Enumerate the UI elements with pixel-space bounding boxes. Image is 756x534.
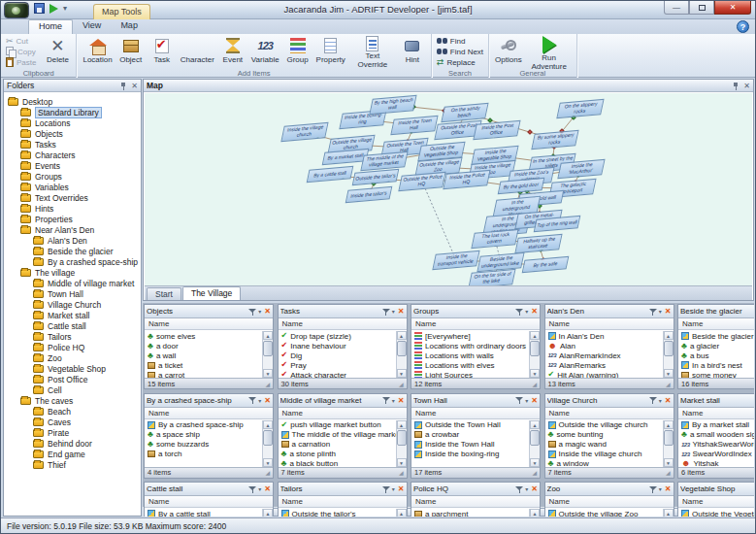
vertical-scrollbar[interactable]: ▲▼ bbox=[529, 420, 540, 467]
ribbon-button-group[interactable]: Group bbox=[282, 35, 313, 68]
qat-customize-icon[interactable]: ▾ bbox=[63, 4, 67, 13]
scroll-up-icon[interactable]: ▲ bbox=[397, 509, 407, 517]
tree-item-the-caves[interactable]: The caves bbox=[4, 395, 141, 406]
list-item[interactable]: ✔push village market button bbox=[279, 420, 396, 430]
column-header-name[interactable]: Name bbox=[411, 496, 540, 508]
scrollbar-thumb[interactable] bbox=[397, 341, 407, 356]
scroll-up-icon[interactable]: ▲ bbox=[263, 509, 273, 517]
column-header-name[interactable]: Name bbox=[411, 318, 540, 330]
tree-item-locations[interactable]: Locations bbox=[4, 117, 141, 128]
filter-dropdown-icon[interactable]: ▾ bbox=[525, 485, 528, 492]
ribbon-button-hint[interactable]: Hint bbox=[397, 35, 428, 68]
vertical-scrollbar[interactable]: ▲▼ bbox=[663, 331, 674, 378]
list-item[interactable]: ✔Drop tape (sizzle) bbox=[279, 331, 396, 341]
list-item[interactable]: In Alan's Den bbox=[545, 331, 663, 341]
filter-dropdown-icon[interactable]: ▾ bbox=[258, 397, 261, 404]
vertical-scrollbar[interactable]: ▲▼ bbox=[262, 420, 273, 467]
list-item[interactable]: 123SwearWordIndex bbox=[678, 450, 754, 459]
close-button[interactable]: ✕ bbox=[714, 1, 751, 15]
list-item[interactable]: In a bird's nest bbox=[678, 360, 754, 370]
list-item[interactable]: ✔Pray bbox=[279, 360, 396, 370]
scroll-down-icon[interactable]: ▼ bbox=[263, 458, 273, 467]
tree-item-hints[interactable]: Hints bbox=[4, 203, 141, 214]
list-item[interactable]: ♣a door bbox=[145, 341, 262, 350]
column-header-name[interactable]: Name bbox=[145, 318, 273, 330]
panel-close-icon[interactable]: ✕ bbox=[665, 484, 672, 493]
tree-item-alan-s-den[interactable]: Alan's Den bbox=[4, 235, 141, 246]
list-item[interactable]: ♣a black button bbox=[279, 459, 396, 467]
panel-close-icon[interactable]: ✕ bbox=[264, 307, 271, 316]
delete-button[interactable]: ✕ Delete bbox=[42, 35, 73, 68]
list-item[interactable]: By a market stall bbox=[678, 420, 754, 430]
list-item[interactable]: Outside the Vegetable Shop bbox=[678, 509, 754, 517]
list-item[interactable]: By a crashed space-ship bbox=[145, 420, 262, 430]
tree-item-properties[interactable]: Properties bbox=[4, 214, 141, 224]
filter-dropdown-icon[interactable]: ▾ bbox=[392, 308, 395, 315]
ribbon-button-text-override[interactable]: Text Override bbox=[348, 35, 397, 68]
scroll-up-icon[interactable]: ▲ bbox=[664, 509, 674, 517]
ribbon-button-object[interactable]: Object bbox=[115, 35, 147, 68]
scroll-up-icon[interactable]: ▲ bbox=[664, 420, 674, 429]
scroll-up-icon[interactable]: ▲ bbox=[530, 420, 540, 429]
filter-icon[interactable] bbox=[649, 396, 657, 404]
paste-button[interactable]: Paste bbox=[4, 57, 38, 67]
vertical-scrollbar[interactable]: ▲▼ bbox=[663, 509, 674, 517]
filter-dropdown-icon[interactable]: ▾ bbox=[258, 485, 261, 492]
scrollbar-thumb[interactable] bbox=[530, 430, 540, 446]
list-item[interactable]: 123AlanRemarkIndex bbox=[545, 350, 663, 360]
tree-item-behind-door[interactable]: Behind door bbox=[4, 438, 141, 449]
vertical-scrollbar[interactable]: ▲▼ bbox=[262, 509, 273, 517]
list-item[interactable]: ♣a space ship bbox=[145, 430, 262, 440]
filter-icon[interactable] bbox=[382, 396, 390, 404]
tree-item-tailors[interactable]: Tailors bbox=[4, 331, 141, 342]
list-item[interactable]: Locations with elves bbox=[411, 360, 529, 370]
tree-item-characters[interactable]: Characters bbox=[4, 150, 141, 160]
scroll-down-icon[interactable]: ▼ bbox=[397, 458, 407, 467]
tree-item-end-game[interactable]: End game bbox=[4, 449, 141, 459]
filter-dropdown-icon[interactable]: ▾ bbox=[659, 397, 662, 404]
list-item[interactable]: a carrot bbox=[145, 370, 262, 378]
list-item[interactable]: some money bbox=[678, 370, 754, 378]
column-header-name[interactable]: Name bbox=[279, 496, 407, 508]
scroll-down-icon[interactable]: ▼ bbox=[530, 369, 540, 378]
tab-view[interactable]: View bbox=[73, 19, 111, 34]
tree-item-market-stall[interactable]: Market stall bbox=[4, 310, 141, 320]
cut-button[interactable]: ✂Cut bbox=[4, 36, 38, 46]
tab-home[interactable]: Home bbox=[28, 19, 73, 34]
column-header-name[interactable]: Name bbox=[545, 496, 674, 508]
tree-item-vegetable-shop[interactable]: Vegetable Shop bbox=[4, 363, 141, 374]
list-item[interactable]: ♣a small wooden sign bbox=[678, 430, 754, 440]
tree-item-middle-of-village-market[interactable]: Middle of village market bbox=[4, 278, 141, 288]
help-icon[interactable]: ? bbox=[737, 20, 749, 33]
panel-close-icon[interactable]: ✕ bbox=[264, 396, 271, 405]
filter-dropdown-icon[interactable]: ▾ bbox=[258, 308, 261, 315]
filter-dropdown-icon[interactable]: ▾ bbox=[392, 485, 395, 492]
maximize-button[interactable] bbox=[689, 1, 714, 15]
scroll-up-icon[interactable]: ▲ bbox=[263, 420, 273, 429]
scroll-down-icon[interactable]: ▼ bbox=[664, 369, 674, 378]
list-item[interactable]: Locations with ordinary doors bbox=[411, 341, 529, 350]
list-item[interactable]: a carnation bbox=[279, 440, 396, 450]
column-header-name[interactable]: Name bbox=[411, 408, 540, 419]
panel-close-icon[interactable]: ✕ bbox=[531, 484, 538, 493]
scroll-up-icon[interactable]: ▲ bbox=[530, 509, 540, 517]
minimize-button[interactable]: — bbox=[664, 1, 689, 15]
filter-icon[interactable] bbox=[515, 308, 523, 316]
scroll-up-icon[interactable]: ▲ bbox=[530, 331, 540, 340]
list-item[interactable]: The middle of the village market bbox=[279, 430, 396, 440]
vertical-scrollbar[interactable]: ▲▼ bbox=[262, 331, 273, 378]
replace-button[interactable]: ⇄Replace bbox=[435, 57, 485, 67]
column-header-name[interactable]: Name bbox=[545, 318, 674, 330]
list-item[interactable]: [Everywhere] bbox=[411, 331, 529, 341]
scroll-down-icon[interactable]: ▼ bbox=[664, 458, 674, 467]
ribbon-button-property[interactable]: Property bbox=[313, 35, 348, 68]
list-item[interactable]: a magic wand bbox=[545, 440, 663, 450]
map-node-on-the-far-side-of-the-lake[interactable]: On the far side of the lake bbox=[468, 269, 515, 285]
scroll-down-icon[interactable]: ▼ bbox=[530, 458, 540, 467]
tree-item-objects[interactable]: Objects bbox=[4, 128, 141, 139]
vertical-scrollbar[interactable]: ▲▼ bbox=[529, 331, 540, 378]
list-item[interactable]: a crowbar bbox=[411, 430, 529, 440]
list-item[interactable]: Outside the Town Hall bbox=[411, 420, 529, 430]
column-header-name[interactable]: Name bbox=[145, 408, 273, 419]
filter-dropdown-icon[interactable]: ▾ bbox=[659, 308, 662, 315]
